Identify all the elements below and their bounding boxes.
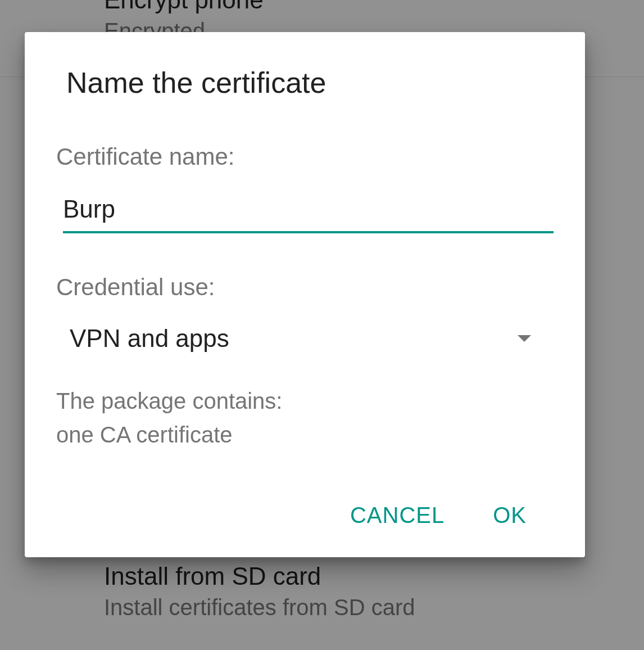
package-info-line: The package contains: <box>56 384 554 418</box>
chevron-down-icon <box>518 335 531 342</box>
name-certificate-dialog: Name the certificate Certificate name: C… <box>25 32 585 557</box>
package-info-line: one CA certificate <box>56 418 554 452</box>
dialog-actions: CANCEL OK <box>56 496 554 540</box>
credential-use-dropdown[interactable]: VPN and apps <box>56 322 554 353</box>
cancel-button[interactable]: CANCEL <box>346 496 449 535</box>
certificate-name-field-wrap <box>56 192 554 233</box>
credential-use-label: Credential use: <box>56 274 554 301</box>
dialog-title: Name the certificate <box>56 66 554 100</box>
ok-button[interactable]: OK <box>488 496 531 535</box>
package-contents-info: The package contains: one CA certificate <box>56 384 554 452</box>
certificate-name-input[interactable] <box>63 192 554 233</box>
credential-use-value: VPN and apps <box>70 324 229 353</box>
certificate-name-label: Certificate name: <box>56 143 554 170</box>
